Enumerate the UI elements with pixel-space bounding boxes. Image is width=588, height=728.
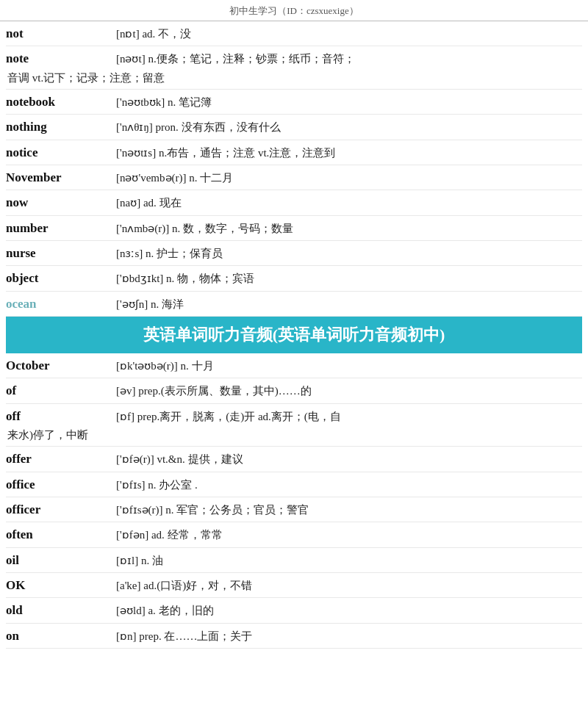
word-term-ocean: ocean <box>6 295 116 314</box>
word-entry-office: office['ɒfɪs] n. 办公室 . <box>6 472 582 497</box>
word-entry-nothing: nothing['nʌθɪŋ] pron. 没有东西，没有什么 <box>6 115 582 140</box>
word-def-October: [ɒk'təʊbə(r)] n. 十月 <box>116 358 582 375</box>
word-term-offer: offer <box>6 450 116 469</box>
word-entry-object: object['ɒbdʒɪkt] n. 物，物体；宾语 <box>6 266 582 291</box>
promo-banner[interactable]: 英语单词听力音频(英语单词听力音频初中) <box>6 317 582 353</box>
word-def-notice: ['nəʊtɪs] n.布告，通告；注意 vt.注意，注意到 <box>116 145 582 162</box>
word-def-nurse: [nɜːs] n. 护士；保育员 <box>116 245 582 262</box>
word-entry-nurse: nurse[nɜːs] n. 护士；保育员 <box>6 241 582 266</box>
word-entry-November: November[nəʊ'vembə(r)] n. 十二月 <box>6 165 582 190</box>
word-term-old: old <box>6 601 116 620</box>
word-def-ocean: ['əʊʃn] n. 海洋 <box>116 296 582 313</box>
word-def-nothing: ['nʌθɪŋ] pron. 没有东西，没有什么 <box>116 119 582 136</box>
word-entry-notice: notice['nəʊtɪs] n.布告，通告；注意 vt.注意，注意到 <box>6 140 582 165</box>
word-entry-on: on[ɒn] prep. 在……上面；关于 <box>6 624 582 649</box>
word-term-not: not <box>6 24 116 43</box>
word-def-note: [nəʊt] n.便条；笔记，注释；钞票；纸币；音符； <box>116 51 582 68</box>
word-continuation-note: 音调 vt.记下；记录；注意；留意 <box>6 70 165 87</box>
word-def-old: [əʊld] a. 老的，旧的 <box>116 602 582 619</box>
word-entry-off: off[ɒf] prep.离开，脱离，(走)开 ad.离开；(电，自来水)停了，… <box>6 404 582 447</box>
word-term-office: office <box>6 475 116 494</box>
word-def-off: [ɒf] prep.离开，脱离，(走)开 ad.离开；(电，自 <box>116 408 582 425</box>
word-list: not[nɒt] ad. 不，没note[nəʊt] n.便条；笔记，注释；钞票… <box>0 21 588 649</box>
word-def-notebook: ['nəʊtbʊk] n. 笔记簿 <box>116 94 582 111</box>
word-entry-offer: offer['ɒfə(r)] vt.&n. 提供，建议 <box>6 447 582 472</box>
word-def-now: [naʊ] ad. 现在 <box>116 195 582 212</box>
word-def-office: ['ɒfɪs] n. 办公室 . <box>116 477 582 494</box>
word-term-of: of <box>6 381 116 400</box>
word-term-off: off <box>6 407 116 426</box>
header-title: 初中生学习（ID：czsxuexige） <box>229 5 358 16</box>
word-term-notice: notice <box>6 143 116 162</box>
word-term-October: October <box>6 356 116 375</box>
word-def-number: ['nʌmbə(r)] n. 数，数字，号码；数量 <box>116 220 582 237</box>
word-term-note: note <box>6 49 116 68</box>
word-term-OK: OK <box>6 576 116 595</box>
word-term-nothing: nothing <box>6 118 116 137</box>
word-term-oil: oil <box>6 551 116 570</box>
word-term-on: on <box>6 627 116 646</box>
word-def-on: [ɒn] prep. 在……上面；关于 <box>116 628 582 645</box>
word-def-officer: ['ɒfɪsə(r)] n. 军官；公务员；官员；警官 <box>116 502 582 519</box>
word-term-now: now <box>6 193 116 212</box>
word-entry-October: October[ɒk'təʊbə(r)] n. 十月 <box>6 353 582 378</box>
word-entry-now: now[naʊ] ad. 现在 <box>6 190 582 215</box>
word-def-often: ['ɒfən] ad. 经常，常常 <box>116 527 582 544</box>
word-term-notebook: notebook <box>6 93 116 112</box>
word-term-number: number <box>6 219 116 238</box>
word-entry-number: number['nʌmbə(r)] n. 数，数字，号码；数量 <box>6 216 582 241</box>
page-header: 初中生学习（ID：czsxuexige） <box>0 0 588 21</box>
word-entry-oil: oil[ɒɪl] n. 油 <box>6 548 582 573</box>
word-def-not: [nɒt] ad. 不，没 <box>116 26 582 43</box>
word-entry-ocean: ocean['əʊʃn] n. 海洋 <box>6 292 582 317</box>
word-term-often: often <box>6 525 116 544</box>
word-entry-not: not[nɒt] ad. 不，没 <box>6 21 582 46</box>
word-def-object: ['ɒbdʒɪkt] n. 物，物体；宾语 <box>116 270 582 287</box>
word-def-oil: [ɒɪl] n. 油 <box>116 552 582 569</box>
word-term-object: object <box>6 269 116 288</box>
word-entry-of: of[əv] prep.(表示所属、数量，其中)……的 <box>6 378 582 403</box>
word-def-November: [nəʊ'vembə(r)] n. 十二月 <box>116 170 582 187</box>
word-term-November: November <box>6 168 116 187</box>
word-term-officer: officer <box>6 500 116 519</box>
word-def-of: [əv] prep.(表示所属、数量，其中)……的 <box>116 383 582 400</box>
word-def-offer: ['ɒfə(r)] vt.&n. 提供，建议 <box>116 451 582 468</box>
word-entry-notebook: notebook['nəʊtbʊk] n. 笔记簿 <box>6 90 582 115</box>
word-def-OK: [a'ke] ad.(口语)好，对，不错 <box>116 577 582 594</box>
word-entry-officer: officer['ɒfɪsə(r)] n. 军官；公务员；官员；警官 <box>6 497 582 522</box>
word-continuation-off: 来水)停了，中断 <box>6 427 88 444</box>
word-entry-note: note[nəʊt] n.便条；笔记，注释；钞票；纸币；音符；音调 vt.记下；… <box>6 46 582 90</box>
word-term-nurse: nurse <box>6 244 116 263</box>
word-entry-often: often['ɒfən] ad. 经常，常常 <box>6 522 582 547</box>
word-entry-OK: OK[a'ke] ad.(口语)好，对，不错 <box>6 573 582 598</box>
word-entry-old: old[əʊld] a. 老的，旧的 <box>6 598 582 623</box>
